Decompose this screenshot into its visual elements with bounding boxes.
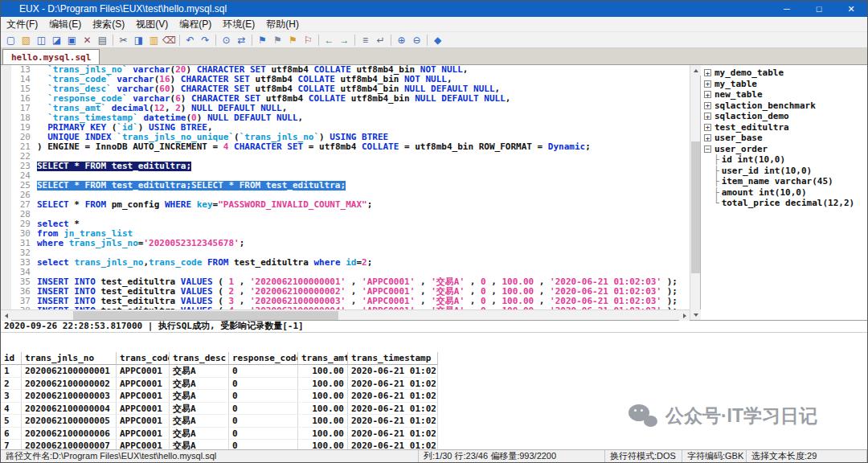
editor-line[interactable]: 23SELECT * FROM test_editultra; — [1, 162, 690, 171]
editor-line[interactable]: 18 `trans_timestamp` datetime(0) NULL DE… — [1, 113, 690, 123]
undo-icon[interactable]: ↶ — [183, 33, 197, 47]
menu-item[interactable]: 视图(V) — [130, 18, 174, 31]
next-bookmark-icon[interactable]: ⚑ — [286, 33, 300, 47]
column-header[interactable]: response_code — [229, 352, 298, 365]
zoom-out-icon[interactable]: ⊖ — [410, 33, 424, 47]
toggle-bookmark-icon[interactable]: ⚑ — [256, 33, 269, 47]
open-file-icon[interactable]: ▧ — [19, 33, 33, 47]
cut-icon[interactable]: ✂ — [117, 33, 130, 47]
scroll-down-icon[interactable] — [690, 309, 701, 320]
table-row[interactable]: 22020062100000002APPC0001交易A0100.002020-… — [1, 378, 867, 391]
tree-item-sqlaction_demo[interactable]: +sqlaction_demo — [701, 111, 867, 122]
close-file-icon[interactable]: ✕ — [80, 33, 94, 47]
run-sql-icon[interactable]: ◆ — [431, 33, 444, 47]
expand-icon[interactable]: + — [704, 91, 711, 98]
menu-item[interactable]: 编辑(E) — [43, 18, 87, 31]
column-header[interactable]: trans_code — [117, 352, 170, 365]
table-row[interactable]: 72020062100000007APPC0001交易A0100.002020-… — [1, 440, 867, 449]
save-icon[interactable]: ◫ — [35, 33, 48, 47]
horizontal-scrollbar[interactable] — [1, 309, 690, 320]
editor-line[interactable]: 22 — [1, 152, 690, 162]
zoom-in-icon[interactable]: ⊕ — [395, 33, 408, 47]
column-header[interactable]: id — [1, 352, 22, 365]
editor-line[interactable]: 30from jn_trans_list — [1, 229, 690, 239]
editor-tab[interactable]: hello.mysql.sql — [2, 49, 100, 64]
editor-line[interactable]: 13 `trans_jnls_no` varchar(20) CHARACTER… — [1, 65, 690, 75]
editor-line[interactable]: 25SELECT * FROM test_editultra;SELECT * … — [1, 181, 690, 191]
editor-line[interactable]: 27SELECT * FROM pm_config WHERE key="PAS… — [1, 200, 690, 210]
replace-icon[interactable]: ⇄ — [235, 33, 248, 47]
vertical-scroll-thumb[interactable] — [691, 141, 700, 273]
code-editor[interactable]: 13 `trans_jnls_no` varchar(20) CHARACTER… — [1, 65, 690, 309]
table-row[interactable]: 32020062100000003APPC0001交易A0100.002020-… — [1, 390, 867, 403]
paste-icon[interactable]: ▥ — [147, 33, 161, 47]
menu-item[interactable]: 搜索(S) — [87, 18, 130, 31]
editor-line[interactable]: 31where trans_jnls_no='2020052312345678'… — [1, 239, 690, 248]
editor-line[interactable]: 19 PRIMARY KEY (`id`) USING BTREE, — [1, 123, 690, 133]
menu-item[interactable]: 环境(E) — [217, 18, 260, 31]
menu-item[interactable]: 编程(P) — [174, 18, 217, 31]
table-row[interactable]: 12020062100000001APPC0001交易A0100.002020-… — [1, 365, 867, 378]
minimize-button[interactable]: ─ — [771, 1, 803, 17]
editor-line[interactable]: 16 `response_code` varchar(6) CHARACTER … — [1, 94, 690, 104]
save-as-icon[interactable]: ◪ — [50, 33, 63, 47]
copy-icon[interactable]: ◨ — [132, 33, 145, 47]
editor-line[interactable]: 26 — [1, 191, 690, 200]
expand-icon[interactable]: + — [704, 113, 711, 120]
expand-icon[interactable]: + — [704, 80, 711, 88]
tree-item-my_table[interactable]: +my_table — [701, 79, 867, 90]
find-icon[interactable]: ⊙ — [219, 33, 233, 47]
expand-icon[interactable]: + — [704, 124, 711, 131]
menu-item[interactable]: 帮助(H) — [260, 18, 305, 31]
collapse-icon[interactable]: − — [704, 145, 711, 153]
scroll-left-icon[interactable] — [1, 310, 11, 321]
line-numbers-icon[interactable]: ≡ — [358, 33, 372, 47]
tree-item-my_demo_table[interactable]: +my_demo_table — [701, 68, 867, 79]
tree-subitem[interactable]: └total_price decimal(12,2) — [701, 198, 867, 209]
menu-item[interactable]: 文件(F) — [1, 18, 43, 31]
tree-subitem[interactable]: ├user_id int(10,0) — [701, 166, 867, 177]
editor-line[interactable]: 14 `trans_code` varchar(16) CHARACTER SE… — [1, 75, 690, 84]
editor-line[interactable]: 21) ENGINE = InnoDB AUTO_INCREMENT = 4 C… — [1, 142, 690, 152]
editor-line[interactable]: 33select trans_jnls_no,trans_code FROM t… — [1, 258, 690, 268]
navigate-back-icon[interactable]: ← — [322, 33, 336, 47]
editor-line[interactable]: 28 — [1, 210, 690, 219]
editor-line[interactable]: 15 `trans_desc` varchar(60) CHARACTER SE… — [1, 84, 690, 94]
tree-item-sqlaction_benchmark[interactable]: +sqlaction_benchmark — [701, 100, 867, 112]
scroll-right-icon[interactable] — [679, 310, 690, 321]
tree-subitem[interactable]: ├item_name varchar(45) — [701, 176, 867, 187]
prev-bookmark-icon[interactable]: ⚑ — [271, 33, 285, 47]
close-button[interactable]: ✕ — [835, 1, 867, 17]
clear-bookmarks-icon[interactable]: ⚐ — [301, 33, 315, 47]
print-icon[interactable]: ▤ — [96, 33, 109, 47]
expand-icon[interactable]: + — [704, 69, 711, 76]
navigate-forward-icon[interactable]: → — [338, 33, 351, 47]
editor-line[interactable]: 24 — [1, 171, 690, 181]
column-header[interactable]: trans_amt — [298, 352, 348, 365]
expand-icon[interactable]: + — [704, 102, 711, 109]
delete-icon[interactable]: ⌫ — [162, 33, 176, 47]
tree-item-new_table[interactable]: +new_table — [701, 89, 867, 100]
vertical-scrollbar[interactable] — [690, 65, 700, 320]
editor-line[interactable]: 37INSERT INTO test_editultra VALUES ( 3 … — [1, 297, 690, 306]
redo-icon[interactable]: ↷ — [199, 33, 212, 47]
scroll-up-icon[interactable] — [690, 65, 701, 76]
table-row[interactable]: 62020062100000006APPC0001交易A0100.002020-… — [1, 428, 867, 440]
editor-line[interactable]: 17 `trans_amt` decimal(12, 2) NULL DEFAU… — [1, 104, 690, 113]
editor-line[interactable]: 36INSERT INTO test_editultra VALUES ( 2 … — [1, 287, 690, 297]
tree-item-user_order[interactable]: −user_order — [701, 144, 867, 155]
editor-line[interactable]: 34 — [1, 268, 690, 277]
editor-line[interactable]: 35INSERT INTO test_editultra VALUES ( 1 … — [1, 277, 690, 287]
tree-item-user_base[interactable]: +user_base — [701, 133, 867, 144]
column-header[interactable]: trans_desc — [170, 352, 229, 365]
tree-subitem[interactable]: ├id int(10,0) — [701, 154, 867, 166]
editor-line[interactable]: 32 — [1, 248, 690, 258]
editor-line[interactable]: 20 UNIQUE INDEX `trans_jnls_no_unique`(`… — [1, 133, 690, 142]
word-wrap-icon[interactable]: ↵ — [374, 33, 387, 47]
maximize-button[interactable]: □ — [803, 1, 835, 17]
new-file-icon[interactable]: ▢ — [4, 33, 18, 47]
expand-icon[interactable]: + — [704, 134, 711, 141]
column-header[interactable]: trans_timestamp — [348, 352, 438, 365]
save-all-icon[interactable]: ▣ — [65, 33, 79, 47]
horizontal-scroll-thumb[interactable] — [73, 311, 338, 320]
